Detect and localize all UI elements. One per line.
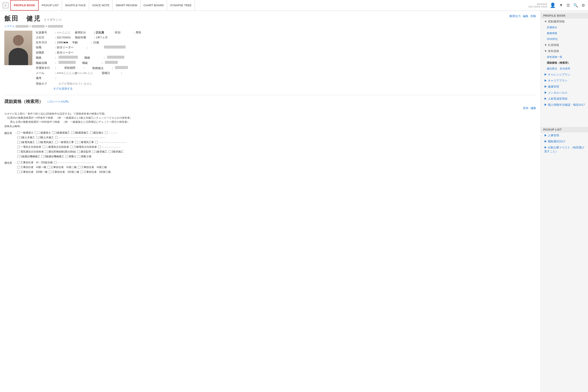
sheet-url-link[interactable]: このシートのURL: [46, 100, 69, 104]
sidebar-category-transfer[interactable]: ▼ 異動履歴情報: [541, 18, 588, 24]
sidebar: PROFILE BOOK ▼ 異動履歴情報 所属発令 兼務情報 2018昇任 ▼…: [540, 11, 588, 392]
checkbox-icon[interactable]: [36, 136, 39, 139]
gender-label: 性別: [115, 31, 132, 34]
nav-item-chart-board[interactable]: CHART BOARD: [140, 0, 167, 10]
checkbox-icon[interactable]: [105, 132, 108, 134]
search-icon-button[interactable]: 🔍: [572, 2, 579, 8]
delete-button[interactable]: 削除: [530, 14, 536, 18]
qual-item: 三種電気主任技術者: [70, 145, 97, 149]
nav-item-smart-review[interactable]: SMART REVIEW: [113, 0, 140, 10]
export-button[interactable]: 帳票出力: [510, 14, 521, 18]
checkbox-icon[interactable]: [45, 150, 48, 153]
checkbox-icon[interactable]: [92, 150, 95, 153]
checkbox-icon[interactable]: [42, 146, 45, 148]
checkbox-icon[interactable]: [55, 141, 58, 144]
edit-qualification-button[interactable]: 編集: [530, 106, 536, 110]
qual-item: 2級建設機械施工: [42, 155, 64, 158]
checkbox-icon[interactable]: [55, 136, 58, 139]
sidebar-item-health[interactable]: ▶ 健康管理: [541, 84, 588, 90]
checkbox-icon[interactable]: [35, 132, 37, 134]
sidebar-category-employee[interactable]: ▼ 社員情報: [541, 42, 588, 48]
list-icon-button[interactable]: ☰: [566, 2, 571, 8]
sidebar-item-qual-list[interactable]: 保有資格一覧: [541, 54, 588, 60]
nav-item-shuffle-face[interactable]: SHUFFLE FACE: [62, 0, 89, 10]
sidebar-item-assignment[interactable]: 所属発令: [541, 24, 588, 30]
arrow-down-icon-2: ▼: [544, 43, 547, 46]
sidebar-category-qualifications[interactable]: ▼ 保有資格: [541, 48, 588, 54]
nav-item-pickup-list[interactable]: PICKUP LIST: [38, 0, 62, 10]
dropdown-button[interactable]: ▼: [558, 2, 564, 8]
sidebar-item-attendance-list[interactable]: ▶ 出勤土曜ァリスト（毎回選び直すこと）: [541, 144, 588, 154]
arrow-down-icon: ▼: [544, 20, 547, 23]
qual-item: 工事担任者 DD第三種: [80, 170, 111, 174]
checkbox-icon[interactable]: [17, 150, 20, 153]
checkbox-icon[interactable]: [17, 166, 20, 168]
checkbox-icon[interactable]: [17, 146, 20, 148]
checkbox-icon[interactable]: [36, 141, 39, 144]
sidebar-item-challenge-plan[interactable]: ▶ チャレンジプラン: [541, 72, 588, 78]
checkbox-icon[interactable]: [17, 132, 20, 134]
sidebar-item-mental-health[interactable]: ▶ メンタルヘルス: [541, 90, 588, 96]
checkbox-icon[interactable]: [98, 146, 101, 148]
checkbox-icon[interactable]: [49, 171, 51, 173]
checkbox-icon[interactable]: [54, 161, 56, 164]
fields-row-4: 役職 ：担当リーダー ・ ：: [36, 46, 536, 50]
employment-type-value: ：正社員: [93, 31, 104, 34]
qual-item: 一種電気工事: [55, 140, 74, 144]
fields-row-7: 職級役職 ： 職級 ：: [36, 61, 536, 65]
field-retirement-date: 退職日 ：: [102, 71, 124, 75]
employee-id-label: 社員番号: [36, 31, 53, 34]
checkbox-icon[interactable]: [78, 166, 80, 168]
top-navigation: K PROFILE BOOK PICKUP LIST SHUFFLE FACE …: [0, 0, 588, 11]
qual-item: 電気通信主任技術者: [17, 150, 44, 154]
checkbox-icon[interactable]: [70, 146, 73, 148]
sidebar-item-qual-search[interactable]: 奨励資格（検索用）: [541, 60, 588, 66]
checkbox-icon[interactable]: [42, 155, 44, 158]
checkbox-icon[interactable]: [95, 141, 98, 144]
sidebar-item-career-plan[interactable]: ▶ キャリアプラン: [541, 78, 588, 84]
sidebar-item-hr-management[interactable]: ▶ 人事管理: [541, 132, 588, 138]
sidebar-item-concurrent[interactable]: 兼務情報: [541, 30, 588, 36]
field-job-level: 職級 ：: [82, 61, 118, 65]
checkbox-icon[interactable]: [78, 155, 80, 158]
checkbox-icon[interactable]: [52, 132, 55, 134]
nav-right-area: 001XXXX XXX-XXXX XXXX 👤 ▼ ☰ 🔍 ⚙: [528, 2, 586, 9]
nav-item-profile-book[interactable]: PROFILE BOOK: [10, 0, 38, 10]
sidebar-item-personal-info[interactable]: ▶ 個人情報年次確認・報告2017: [541, 102, 588, 108]
qual-item: 工事担任者 AI第三種: [78, 166, 107, 169]
field-dot: ・ ：: [82, 46, 126, 50]
qual-item: 建設備士: [90, 131, 104, 134]
checkbox-icon[interactable]: [77, 150, 80, 153]
checkbox-icon[interactable]: [75, 141, 78, 144]
checkbox-icon[interactable]: [71, 132, 74, 134]
checkbox-icon[interactable]: [90, 132, 92, 134]
position-value: ：担当リーダー: [54, 46, 74, 50]
checkbox-icon[interactable]: [66, 155, 68, 158]
breadcrumb-item-1[interactable]: システム: [4, 24, 15, 28]
sidebar-item-job-selection-2017[interactable]: ▶ 職制選択2017: [541, 138, 588, 144]
sidebar-item-construction-law[interactable]: 建設業法 担当者用: [541, 66, 588, 72]
tag-add-link[interactable]: タグを追加する: [53, 87, 73, 90]
checkbox-icon[interactable]: [17, 141, 20, 144]
checkbox-icon[interactable]: [48, 166, 50, 168]
checkbox-icon[interactable]: [17, 161, 20, 164]
checkbox-icon[interactable]: [17, 136, 20, 139]
sidebar-item-training[interactable]: ▶ 人材育成管理表: [541, 96, 588, 102]
user-avatar-button[interactable]: 👤: [549, 2, 556, 9]
email-value: ：××××△△△△@○○○.××.△△: [54, 71, 93, 75]
checkbox-icon[interactable]: [17, 171, 20, 173]
nav-item-synapse-tree[interactable]: SYNAPSE TREE: [167, 0, 195, 10]
checkbox-icon[interactable]: [80, 171, 83, 173]
qualification-action-bar: 追加 編集: [4, 106, 536, 110]
edit-button[interactable]: 編集: [523, 14, 528, 18]
checkbox-icon[interactable]: [108, 150, 111, 153]
sidebar-item-promotion-2018[interactable]: 2018昇任: [541, 36, 588, 42]
settings-icon-button[interactable]: ⚙: [581, 2, 586, 8]
checkbox-icon[interactable]: [17, 155, 20, 158]
nav-item-voice-note[interactable]: VOICE NOTE: [89, 0, 113, 10]
employee-id-value: ：○○○△△△: [54, 31, 70, 34]
arrow-down-icon-3: ▼: [544, 50, 547, 53]
employment-type-label: 雇用区分: [75, 31, 92, 34]
qual-item: 測量士: [66, 155, 76, 158]
add-qualification-button[interactable]: 追加: [523, 106, 528, 110]
